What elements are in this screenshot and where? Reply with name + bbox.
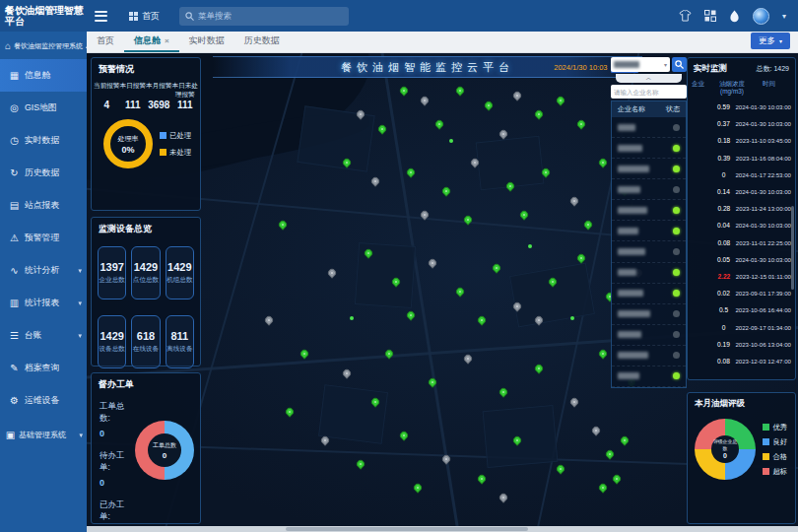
- menu-search-input[interactable]: [198, 11, 343, 21]
- map-pin-offline-icon[interactable]: [568, 396, 579, 407]
- collapse-toggle[interactable]: ︿: [616, 74, 682, 83]
- realtime-row[interactable]: 0.592024-01-30 10:03:00: [688, 99, 795, 115]
- realtime-row[interactable]: 0.052024-01-30 10:03:00: [688, 251, 795, 268]
- realtime-row[interactable]: 0.372024-01-30 10:03:00: [688, 115, 795, 132]
- sidebar-item-map[interactable]: ◎GIS地图: [0, 92, 87, 124]
- map-pin-offline-icon[interactable]: [327, 267, 338, 278]
- company-list-item[interactable]: [612, 221, 686, 241]
- sidebar-item-report[interactable]: ▥统计报表▾: [0, 287, 87, 319]
- realtime-row[interactable]: 0.042024-01-30 10:03:00: [688, 217, 795, 233]
- map-pin-online-icon[interactable]: [533, 109, 544, 120]
- map-pin-offline-icon[interactable]: [263, 315, 274, 326]
- sidebar-item-device[interactable]: ⚙运维设备: [0, 384, 87, 417]
- sidebar-item-dashboard[interactable]: ▦信息舱: [0, 59, 87, 92]
- company-list-item[interactable]: [612, 159, 686, 179]
- map-pin-online-icon[interactable]: [528, 244, 532, 248]
- map-pin-online-icon[interactable]: [597, 483, 608, 494]
- map-pin-online-icon[interactable]: [555, 95, 565, 105]
- map-pin-online-icon[interactable]: [476, 315, 487, 326]
- map-pin-offline-icon[interactable]: [341, 367, 352, 378]
- company-filter-select[interactable]: ▾: [611, 57, 670, 72]
- map-pin-online-icon[interactable]: [284, 406, 295, 417]
- user-menu-chevron-down-icon[interactable]: ▾: [782, 12, 786, 21]
- map-pin-online-icon[interactable]: [476, 473, 487, 484]
- sidebar-item-site-report[interactable]: ▤站点报表: [0, 189, 87, 222]
- map-pin-online-icon[interactable]: [412, 483, 423, 494]
- company-list-item[interactable]: [612, 117, 686, 138]
- tab-2[interactable]: 实时数据: [179, 31, 234, 52]
- layout-icon[interactable]: [704, 10, 716, 22]
- sidebar-item-archive[interactable]: ✎档案查询: [0, 352, 87, 384]
- map-pin-online-icon[interactable]: [555, 463, 565, 474]
- map-pin-offline-icon[interactable]: [462, 354, 473, 365]
- realtime-row[interactable]: 02024-01-17 22:53:00: [688, 166, 795, 183]
- tab-0[interactable]: 首页: [87, 31, 124, 52]
- map-pin-online-icon[interactable]: [350, 316, 354, 320]
- scrollbar-thumb[interactable]: [286, 527, 527, 531]
- company-name-search[interactable]: [611, 85, 687, 99]
- sidebar-item-history[interactable]: ↻历史数据: [0, 157, 87, 189]
- map-pin-online-icon[interactable]: [597, 157, 608, 167]
- realtime-row[interactable]: 0.182023-11-10 03:45:00: [688, 132, 795, 149]
- map-pin-online-icon[interactable]: [405, 310, 416, 321]
- map-pin-online-icon[interactable]: [299, 349, 309, 360]
- realtime-row[interactable]: 0.082023-12-03 12:47:00: [688, 353, 795, 369]
- user-avatar[interactable]: [753, 8, 769, 25]
- hamburger-menu-icon[interactable]: [95, 11, 107, 22]
- sidebar-item-ledger[interactable]: ☰台账▾: [0, 319, 87, 352]
- map-pin-online-icon[interactable]: [405, 166, 416, 177]
- realtime-row[interactable]: 2.222023-12-15 01:11:00: [688, 268, 795, 285]
- map-pin-online-icon[interactable]: [376, 123, 387, 134]
- map-pin-online-icon[interactable]: [612, 473, 623, 484]
- map-pin-online-icon[interactable]: [498, 387, 508, 398]
- realtime-row[interactable]: 0.282023-11-24 13:00:00: [688, 200, 795, 217]
- map-pin-online-icon[interactable]: [455, 85, 466, 96]
- company-list-item[interactable]: [612, 304, 686, 325]
- map-pin-online-icon[interactable]: [449, 139, 453, 143]
- map-pin-offline-icon[interactable]: [568, 195, 579, 206]
- realtime-row[interactable]: 0.392023-11-16 08:04:00: [688, 150, 795, 166]
- more-button[interactable]: 更多 ▾: [751, 33, 790, 49]
- map-pin-online-icon[interactable]: [356, 458, 366, 469]
- map-pin-online-icon[interactable]: [576, 118, 587, 129]
- company-list-item[interactable]: [612, 138, 686, 159]
- map-pin-online-icon[interactable]: [519, 210, 530, 221]
- map-pin-online-icon[interactable]: [570, 316, 574, 320]
- horizontal-scrollbar[interactable]: [87, 526, 798, 532]
- map-pin-online-icon[interactable]: [462, 215, 473, 226]
- map-pin-online-icon[interactable]: [619, 434, 630, 445]
- sidebar-item-realtime[interactable]: ◷实时数据: [0, 124, 87, 157]
- tab-1[interactable]: 信息舱×: [124, 31, 179, 52]
- breadcrumb-home[interactable]: 首页: [129, 10, 160, 23]
- map-pin-online-icon[interactable]: [440, 185, 451, 196]
- map-pin-online-icon[interactable]: [597, 349, 608, 360]
- company-search-button[interactable]: [672, 57, 687, 72]
- sidebar-section-monitoring-system[interactable]: ⌂ 餐饮油烟监控管理系统 ▴: [0, 32, 87, 59]
- realtime-row[interactable]: 0.52023-10-06 16:44:00: [688, 301, 795, 318]
- company-list-item[interactable]: [612, 179, 686, 200]
- realtime-row[interactable]: 0.022023-09-01 17:39:00: [688, 285, 795, 301]
- realtime-scrollbar[interactable]: [791, 206, 794, 290]
- close-icon[interactable]: ×: [165, 36, 169, 45]
- company-list-item[interactable]: [612, 284, 686, 304]
- sidebar-section-base-system[interactable]: ▣ 基础管理系统 ▾: [0, 421, 87, 448]
- company-name-input[interactable]: [614, 89, 684, 96]
- map-pin-online-icon[interactable]: [455, 286, 466, 297]
- theme-shirt-icon[interactable]: [679, 10, 692, 22]
- map-pin-online-icon[interactable]: [533, 363, 544, 373]
- realtime-row[interactable]: 0.192023-10-06 13:04:00: [688, 336, 795, 353]
- map-pin-offline-icon[interactable]: [590, 425, 601, 435]
- map-pin-online-icon[interactable]: [484, 100, 495, 110]
- company-list-item[interactable]: [612, 241, 686, 262]
- realtime-row[interactable]: 0.142024-01-30 10:03:00: [688, 183, 795, 200]
- map-pin-offline-icon[interactable]: [498, 492, 508, 502]
- map-pin-online-icon[interactable]: [604, 449, 615, 460]
- company-list-item[interactable]: [612, 366, 686, 387]
- company-list-item[interactable]: [612, 263, 686, 284]
- map-pin-online-icon[interactable]: [277, 219, 288, 230]
- map-pin-online-icon[interactable]: [398, 85, 409, 96]
- map-pin-online-icon[interactable]: [433, 118, 444, 129]
- realtime-row[interactable]: 02022-09-17 01:34:00: [688, 318, 795, 335]
- map-pin-offline-icon[interactable]: [420, 95, 431, 105]
- map-pin-online-icon[interactable]: [491, 262, 501, 273]
